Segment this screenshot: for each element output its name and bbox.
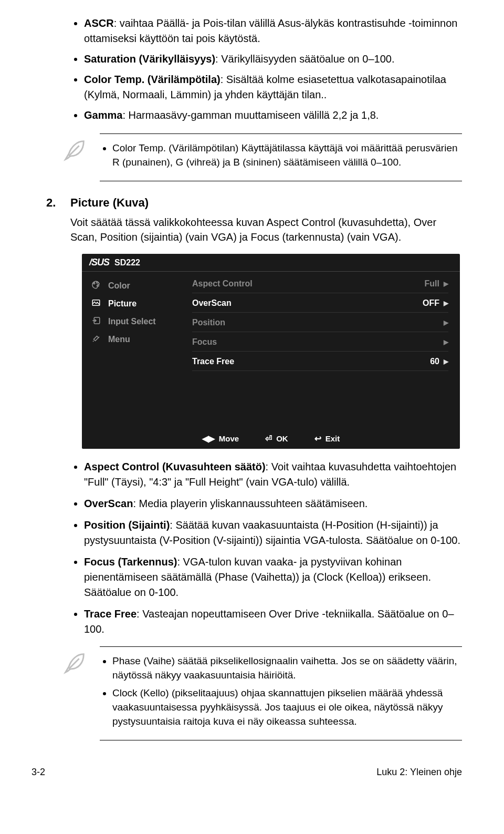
osd-nav-menu[interactable]: Menu [82,331,192,348]
list-item: OverScan: Media playerin yliskannaussuht… [84,496,462,511]
nav-label: Picture [108,299,136,308]
bottom-bullet-list: Aspect Control (Kuvasuhteen säätö): Voit… [84,459,462,637]
list-item: Saturation (Värikylläisyys): Värikylläis… [84,52,462,67]
chapter-label: Luku 2: Yleinen ohje [376,767,462,778]
note-text: Color Temp. (Värilämpötilan) Käyttäjätil… [112,141,462,169]
item-lead: Aspect Control (Kuvasuhteen säätö) [84,461,266,472]
setting-value: OFF▶ [423,298,448,308]
hint-ok: ⏎OK [265,434,288,444]
list-item: Gamma: Harmaasävy-gamman muuttamiseen vä… [84,108,462,123]
move-icon: ◀▶ [202,434,215,444]
setting-value: Full▶ [425,279,448,289]
osd-footer: ◀▶Move ⏎OK ↩Exit [82,429,460,449]
note-body: Phase (Vaihe) säätää pikselikellosignaal… [100,646,462,740]
item-lead: Color Temp. (Värilämpötila) [84,74,220,85]
feather-icon [61,650,92,679]
setting-label: Aspect Control [192,279,253,289]
feather-icon [61,137,92,166]
page-number: 3-2 [32,767,45,778]
setting-label: Position [192,318,225,327]
section-heading: 2. Picture (Kuva) [46,196,462,210]
osd-row-focus[interactable]: Focus ▶ [192,335,448,352]
osd-row-trace-free[interactable]: Trace Free 60▶ [192,355,448,371]
osd-nav-color[interactable]: Color [82,277,192,295]
setting-label: Focus [192,337,217,347]
list-item: Color Temp. (Värilämpötila): Sisältää ko… [84,72,462,102]
item-text: : Harmaasävy-gamman muuttamiseen välillä… [122,109,379,121]
chevron-right-icon: ▶ [444,300,448,307]
note-box-2: Phase (Vaihe) säätää pikselikellosignaal… [61,646,462,740]
note-body: Color Temp. (Värilämpötilan) Käyttäjätil… [100,133,462,181]
note-box-1: Color Temp. (Värilämpötilan) Käyttäjätil… [61,133,462,181]
setting-value: 60▶ [430,357,448,366]
chevron-right-icon: ▶ [444,338,448,346]
top-bullet-list: ASCR: vaihtaa Päällä- ja Pois-tilan väli… [84,16,462,123]
osd-row-aspect-control[interactable]: Aspect Control Full▶ [192,277,448,293]
list-item: Aspect Control (Kuvasuhteen säätö): Voit… [84,459,462,490]
section-text: Voit säätää tässä valikkokohteessa kuvan… [70,215,462,244]
setting-label: Trace Free [192,357,234,366]
asus-logo: /SUS [89,257,109,268]
exit-icon: ↩ [314,434,321,444]
list-item: Position (Sijainti): Säätää kuvan vaakas… [84,518,462,548]
section-title: Picture (Kuva) [70,196,149,210]
list-item: Trace Free: Vasteajan nopeuttamiseen Ove… [84,606,462,637]
osd-header: /SUS SD222 [82,254,460,272]
page-footer: 3-2 Luku 2: Yleinen ohje [32,767,462,778]
osd-nav: Color Picture Input Select Menu [82,272,192,429]
item-lead: ASCR [84,17,114,29]
osd-nav-input-select[interactable]: Input Select [82,313,192,331]
osd-row-position[interactable]: Position ▶ [192,316,448,332]
item-text: : Vasteajan nopeuttamiseen Over Drive -t… [84,608,454,635]
item-lead: Trace Free [84,608,136,620]
item-text: : Värikylläisyyden säätöalue on 0–100. [215,53,394,65]
osd-nav-picture[interactable]: Picture [82,295,192,313]
list-item: ASCR: vaihtaa Päällä- ja Pois-tilan väli… [84,16,462,46]
input-icon [89,316,103,327]
palette-icon [89,280,103,292]
picture-icon [89,298,103,310]
setting-value: ▶ [439,319,448,326]
note-text: Phase (Vaihe) säätää pikselikellosignaal… [112,654,462,682]
nav-label: Menu [108,335,130,344]
setting-value: ▶ [439,338,448,346]
tools-icon [89,334,103,345]
chevron-right-icon: ▶ [444,280,448,287]
item-text: : Media playerin yliskannaussuhteen säät… [133,498,368,509]
chevron-right-icon: ▶ [444,358,448,365]
item-lead: Position (Sijainti) [84,519,170,531]
list-item: Focus (Tarkennus): VGA-tulon kuvan vaaka… [84,554,462,600]
ok-icon: ⏎ [265,434,272,444]
osd-panel: /SUS SD222 Color Picture Input Select [82,254,460,449]
nav-label: Color [108,281,130,291]
nav-label: Input Select [108,317,156,326]
chevron-right-icon: ▶ [444,319,448,326]
hint-exit: ↩Exit [314,434,340,444]
hint-move: ◀▶Move [202,434,239,444]
item-lead: Gamma [84,109,122,121]
section-number: 2. [46,196,70,210]
osd-model: SD222 [114,258,140,267]
item-lead: Focus (Tarkennus) [84,556,177,568]
item-lead: OverScan [84,498,133,509]
note-text: Clock (Kello) (pikselitaajuus) ohjaa ska… [112,686,462,728]
setting-label: OverScan [192,298,232,308]
item-text: : vaihtaa Päällä- ja Pois-tilan välillä … [84,17,457,44]
osd-row-overscan[interactable]: OverScan OFF▶ [192,296,448,313]
osd-settings: Aspect Control Full▶ OverScan OFF▶ Posit… [192,272,460,429]
item-lead: Saturation (Värikylläisyys) [84,53,215,65]
